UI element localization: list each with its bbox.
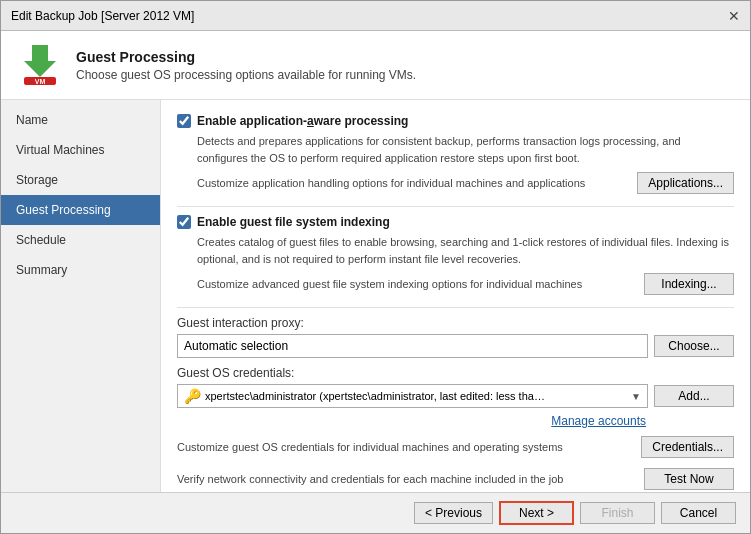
applications-button[interactable]: Applications... bbox=[637, 172, 734, 194]
test-now-button[interactable]: Test Now bbox=[644, 468, 734, 490]
guest-processing-icon: VM bbox=[18, 43, 62, 87]
finish-button[interactable]: Finish bbox=[580, 502, 655, 524]
sidebar-item-virtual-machines[interactable]: Virtual Machines bbox=[1, 135, 160, 165]
proxy-input-row: Choose... bbox=[177, 334, 734, 358]
window-title: Edit Backup Job [Server 2012 VM] bbox=[11, 9, 194, 23]
title-bar: Edit Backup Job [Server 2012 VM] ✕ bbox=[1, 1, 750, 31]
verify-row: Verify network connectivity and credenti… bbox=[177, 468, 734, 490]
indexing-desc: Creates catalog of guest files to enable… bbox=[197, 234, 734, 267]
svg-marker-0 bbox=[24, 45, 56, 77]
header-icon: VM bbox=[16, 41, 64, 89]
content-area: Enable application-aware processing Dete… bbox=[161, 100, 750, 492]
indexing-checkbox-row: Enable guest file system indexing bbox=[177, 215, 734, 229]
next-button[interactable]: Next > bbox=[499, 501, 574, 525]
sidebar-item-guest-processing[interactable]: Guest Processing bbox=[1, 195, 160, 225]
credentials-button[interactable]: Credentials... bbox=[641, 436, 734, 458]
credentials-label: Guest OS credentials: bbox=[177, 366, 734, 380]
proxy-input[interactable] bbox=[177, 334, 648, 358]
credentials-dropdown[interactable]: 🔑 xpertstec\administrator (xpertstec\adm… bbox=[177, 384, 648, 408]
indexing-checkbox[interactable] bbox=[177, 215, 191, 229]
sidebar-item-storage[interactable]: Storage bbox=[1, 165, 160, 195]
footer: < Previous Next > Finish Cancel bbox=[1, 492, 750, 533]
credentials-customize-row: Customize guest OS credentials for indiv… bbox=[177, 436, 734, 458]
indexing-section: Enable guest file system indexing Create… bbox=[177, 215, 734, 295]
sidebar-item-name[interactable]: Name bbox=[1, 105, 160, 135]
app-aware-label: Enable application-aware processing bbox=[197, 114, 408, 128]
header-subtitle: Choose guest OS processing options avail… bbox=[76, 68, 416, 82]
add-button[interactable]: Add... bbox=[654, 385, 734, 407]
main-window: Edit Backup Job [Server 2012 VM] ✕ VM Gu… bbox=[0, 0, 751, 534]
header-title: Guest Processing bbox=[76, 49, 416, 65]
verify-text: Verify network connectivity and credenti… bbox=[177, 473, 636, 485]
cancel-button[interactable]: Cancel bbox=[661, 502, 736, 524]
divider-1 bbox=[177, 206, 734, 207]
app-aware-section: Enable application-aware processing Dete… bbox=[177, 114, 734, 194]
proxy-label: Guest interaction proxy: bbox=[177, 316, 734, 330]
key-icon: 🔑 bbox=[184, 388, 201, 404]
sidebar-item-schedule[interactable]: Schedule bbox=[1, 225, 160, 255]
choose-button[interactable]: Choose... bbox=[654, 335, 734, 357]
credentials-customize-text: Customize guest OS credentials for indiv… bbox=[177, 441, 633, 453]
app-aware-desc: Detects and prepares applications for co… bbox=[197, 133, 734, 166]
indexing-button[interactable]: Indexing... bbox=[644, 273, 734, 295]
app-aware-checkbox[interactable] bbox=[177, 114, 191, 128]
previous-button[interactable]: < Previous bbox=[414, 502, 493, 524]
app-aware-customize-text: Customize application handling options f… bbox=[197, 177, 629, 189]
indexing-customize-text: Customize advanced guest file system ind… bbox=[197, 278, 636, 290]
app-aware-customize-row: Customize application handling options f… bbox=[197, 172, 734, 194]
credentials-value: xpertstec\administrator (xpertstec\admin… bbox=[205, 390, 545, 402]
dropdown-arrow-icon: ▼ bbox=[631, 391, 641, 402]
indexing-customize-row: Customize advanced guest file system ind… bbox=[197, 273, 734, 295]
header: VM Guest Processing Choose guest OS proc… bbox=[1, 31, 750, 100]
sidebar: Name Virtual Machines Storage Guest Proc… bbox=[1, 100, 161, 492]
main-content: Name Virtual Machines Storage Guest Proc… bbox=[1, 100, 750, 492]
manage-accounts-link[interactable]: Manage accounts bbox=[177, 414, 734, 428]
app-aware-checkbox-row: Enable application-aware processing bbox=[177, 114, 734, 128]
credentials-section: Guest OS credentials: 🔑 xpertstec\admini… bbox=[177, 366, 734, 428]
proxy-section: Guest interaction proxy: Choose... bbox=[177, 316, 734, 358]
sidebar-item-summary[interactable]: Summary bbox=[1, 255, 160, 285]
divider-2 bbox=[177, 307, 734, 308]
header-text: Guest Processing Choose guest OS process… bbox=[76, 49, 416, 82]
indexing-label: Enable guest file system indexing bbox=[197, 215, 390, 229]
credentials-input-row: 🔑 xpertstec\administrator (xpertstec\adm… bbox=[177, 384, 734, 408]
close-button[interactable]: ✕ bbox=[728, 8, 740, 24]
svg-text:VM: VM bbox=[35, 78, 46, 85]
